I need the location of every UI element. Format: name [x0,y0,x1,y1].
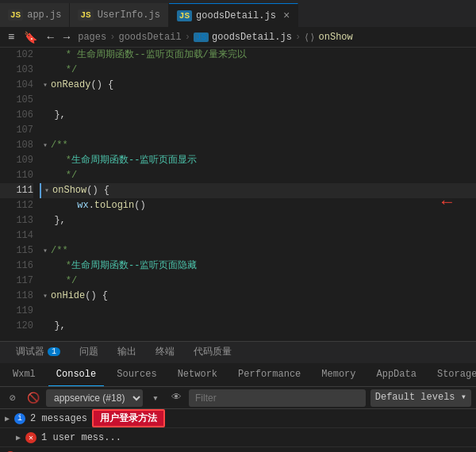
code-line-105 [40,93,476,108]
tab-icon-userinfo: JS [78,10,93,21]
breadcrumb-file-icon: JS [194,33,209,42]
line-numbers: 102 103 104 105 106 107 108 109 110 111 … [0,48,40,341]
tab-bar: JS app.js JS UserInfo.js JS goodsDetail.… [0,0,476,28]
tab-issues[interactable]: 问题 [70,342,108,364]
info-icon-1: i [14,413,25,424]
tab-label-appjs: app.js [27,10,61,21]
tab-goodsdetail[interactable]: JS goodsDetail.js × [169,3,298,27]
breadcrumb-fn: onShow [319,32,353,43]
devtools-tab-sources[interactable]: Sources [109,363,164,387]
filter-input[interactable] [189,389,366,407]
fold-arrow-115[interactable]: ▾ [43,243,48,259]
eye-icon[interactable]: 👁 [168,390,184,406]
devtools-tab-bar: Wxml Console Sources Network Performance… [0,363,476,387]
code-line-107 [40,123,476,138]
filter-bar: ⊘ 🚫 appservice (#18) ▾ 👁 Default levels … [0,387,476,409]
tab-label-userinfo: UserInfo.js [98,10,160,21]
code-line-120: }, [40,319,476,334]
level-select[interactable]: Default levels ▾ [370,389,471,407]
tab-label-goodsdetail: goodsDetail.js [196,10,276,21]
code-line-118: ▾ onHide() { [40,289,476,304]
breadcrumb: pages › goodsDetail › JS goodsDetail.js … [78,32,353,44]
message-count-2: 1 user mess... [41,432,121,443]
message-count-1: 2 messages [30,413,87,424]
tab-code-quality[interactable]: 代码质量 [184,342,241,364]
fold-arrow-118[interactable]: ▾ [43,289,48,304]
code-line-111: ▾ onShow() { [40,183,476,198]
code-line-113: }, [40,213,476,228]
tab-debugger[interactable]: 调试器 1 [6,342,70,364]
clear-icon[interactable]: 🚫 [25,390,41,406]
breadcrumb-goodsdetail-folder: goodsDetail [118,32,181,43]
fold-arrow-111[interactable]: ▾ [44,183,49,198]
tab-appjs[interactable]: JS app.js [0,3,70,27]
code-line-117: */ [40,274,476,289]
code-area: * 生命周期函数--监听页面加载/量来完以 */ ▾ onReady() { }… [40,48,476,341]
code-line-116: * 生命周期函数--监听页面隐藏 [40,259,476,274]
console-entry-2: ▶ ✕ 1 user mess... [0,428,476,447]
tab-icon-appjs: JS [8,10,23,21]
console-entry-1: ▶ i 2 messages 用户登录方法 [0,409,476,428]
code-line-109: * 生命周期函数--监听页面显示 [40,153,476,168]
level-dropdown-icon: ▾ [461,392,466,403]
code-line-114 [40,228,476,243]
error-icon-2: ✕ [25,432,36,443]
service-select[interactable]: appservice (#18) [46,389,143,407]
service-dropdown-icon[interactable]: ▾ [148,390,163,406]
fold-arrow-104[interactable]: ▾ [43,78,48,93]
code-line-104: ▾ onReady() { [40,78,476,93]
tab-terminal[interactable]: 终端 [146,342,184,364]
devtools-tab-memory[interactable]: Memory [313,363,363,387]
breadcrumb-filename: goodsDetail.js [212,32,292,43]
devtools-tab-network[interactable]: Network [170,363,225,387]
tab-icon-goodsdetail: JS [177,10,192,21]
breadcrumb-symbol-icon: ⟨⟩ [304,32,315,44]
code-line-110: */ [40,168,476,183]
code-line-empty [40,334,476,341]
devtools-tab-appdata[interactable]: AppData [369,363,424,387]
code-line-106: }, [40,108,476,123]
tab-userinfo[interactable]: JS UserInfo.js [70,3,168,27]
breadcrumb-pages: pages [78,32,106,43]
code-line-108: ▾ /** [40,138,476,153]
code-line-112: wx.toLogin() ← [40,198,476,213]
devtools-tab-performance[interactable]: Performance [230,363,309,387]
devtools-tab-storage[interactable]: Storage [429,363,476,387]
filter-icon[interactable]: ⊘ [5,390,21,406]
expand-arrow-2[interactable]: ▶ [16,433,21,442]
console-entry-3: ✕ No errors [0,447,476,452]
highlighted-message: 用户登录方法 [92,409,165,427]
devtools-tab-console[interactable]: Console [48,363,104,387]
tab-close-icon[interactable]: × [283,10,290,21]
code-line-103: */ [40,63,476,78]
devtools-tab-wxml[interactable]: Wxml [5,363,44,387]
expand-arrow-1[interactable]: ▶ [5,414,10,423]
forward-button[interactable]: → [62,29,71,45]
console-area: ▶ i 2 messages 用户登录方法 ▶ ✕ 1 user mess...… [0,409,476,452]
code-line-102: * 生命周期函数--监听页面加载/量来完以 [40,48,476,63]
bookmark-button[interactable]: 🔖 [22,29,39,46]
bottom-panel-tabs: 调试器 1 问题 输出 终端 代码质量 [0,341,476,363]
tab-output[interactable]: 输出 [108,342,146,364]
menu-button[interactable]: ≡ [6,29,16,45]
code-line-119 [40,304,476,319]
code-editor: 102 103 104 105 106 107 108 109 110 111 … [0,48,476,341]
fold-arrow-108[interactable]: ▾ [43,138,48,153]
debugger-badge: 1 [48,347,60,356]
back-button[interactable]: ← [45,29,55,45]
code-line-115: ▾ /** [40,243,476,259]
